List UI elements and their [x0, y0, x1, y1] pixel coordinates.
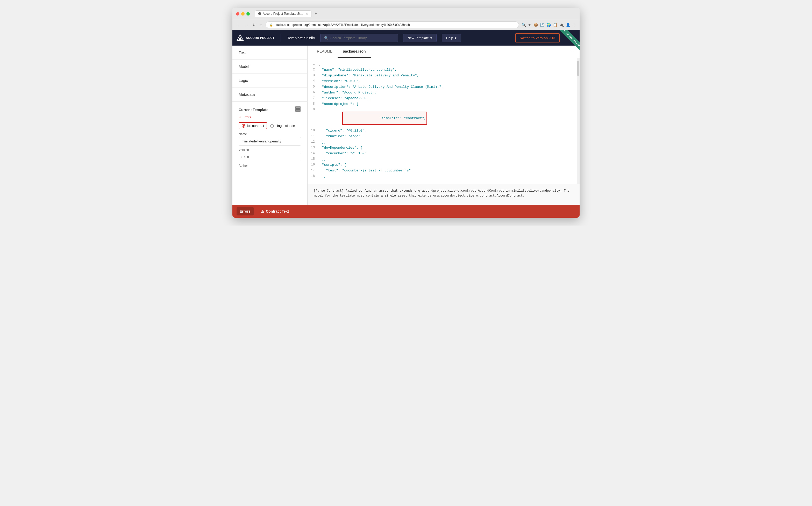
code-line-12: 12 }, [307, 140, 580, 146]
line-content-1: { [318, 62, 580, 66]
traffic-light-yellow[interactable] [241, 12, 244, 15]
field-version-label: Version [239, 148, 301, 152]
new-template-button[interactable]: New Template ▾ [403, 34, 437, 42]
line-number-9: 9 [307, 108, 318, 111]
field-name-input[interactable] [239, 137, 301, 146]
code-line-5: 5 "description": "A Late Delivery And Pe… [307, 85, 580, 91]
refresh-button[interactable]: ↻ [251, 22, 257, 27]
field-version-input[interactable] [239, 153, 301, 161]
separator-1 [281, 34, 281, 42]
home-button[interactable]: ⌂ [259, 22, 263, 27]
bottom-bar: Errors ⚠ Contract Text [232, 205, 580, 218]
bottom-tab-contract-text[interactable]: ⚠ Contract Text [258, 207, 292, 216]
code-line-1: 1 { [307, 62, 580, 68]
line-content-11: "runtime": "ergo" [318, 135, 580, 138]
field-author: Author [239, 164, 301, 168]
logo-icon [236, 34, 244, 41]
bottom-tab-contract-text-label: Contract Text [266, 209, 289, 214]
radio-dot-full [242, 124, 245, 128]
back-button[interactable]: ← [236, 22, 242, 27]
extension-icon[interactable]: 📦 [533, 23, 538, 27]
line-number-14: 14 [307, 152, 318, 155]
line-content-16: "scripts": { [318, 163, 580, 167]
scrollbar-thumb [577, 61, 579, 76]
traffic-lights [236, 12, 250, 15]
tab-favicon: 🅐 [258, 12, 261, 15]
traffic-light-green[interactable] [246, 12, 250, 15]
current-template-title: Current Template [239, 108, 269, 112]
search-input[interactable] [330, 36, 394, 40]
code-line-6: 6 "author": "Accord Project", [307, 91, 580, 96]
tab-package-json[interactable]: package.json [338, 46, 371, 58]
traffic-light-red[interactable] [236, 12, 239, 15]
left-sidebar: Text Model Logic Metadata Current Templa… [232, 46, 307, 205]
search-icon: 🔍 [324, 36, 328, 40]
header-search-bar[interactable]: 🔍 [320, 34, 398, 42]
line-number-18: 18 [307, 174, 318, 178]
sidebar-item-logic[interactable]: Logic [232, 74, 307, 88]
line-content-9: "template": "contract", [318, 108, 580, 129]
line-content-15: }, [318, 157, 580, 161]
sidebar-item-metadata[interactable]: Metadata [232, 88, 307, 101]
radio-single-clause[interactable]: single clause [270, 124, 295, 128]
line-number-5: 5 [307, 85, 318, 89]
sidebar-item-model[interactable]: Model [232, 60, 307, 74]
field-name: Name [239, 132, 301, 146]
tab-package-json-label: package.json [343, 49, 366, 53]
forward-button[interactable]: → [244, 22, 249, 27]
line-number-10: 10 [307, 129, 318, 132]
code-line-13: 13 "devDependencies": { [307, 146, 580, 152]
extensions-icon[interactable]: 🔌 [560, 23, 564, 27]
tab-close-icon[interactable]: ✕ [306, 12, 308, 15]
line-content-10: "cicero": "^0.21.0", [318, 129, 580, 133]
browser-tab-active[interactable]: 🅐 Accord Project Template Studi… ✕ [255, 10, 311, 17]
code-line-16: 16 "scripts": { [307, 163, 580, 169]
browser-menu-icon[interactable]: ⋮ [572, 23, 576, 27]
help-label: Help [446, 36, 453, 40]
reader-icon[interactable]: 🌍 [546, 23, 551, 27]
radio-dot-single [270, 124, 274, 128]
sidebar-item-text[interactable]: Text [232, 46, 307, 60]
profile-icon[interactable]: 👤 [566, 23, 570, 27]
sidebar-item-metadata-label: Metadata [239, 92, 255, 97]
tab-readme[interactable]: README [312, 46, 338, 58]
line-number-7: 7 [307, 96, 318, 100]
radio-full-contract-label: full contract [247, 124, 264, 128]
scrollbar-track[interactable] [577, 58, 580, 184]
browser-addressbar: ← → ↻ ⌂ 🔒 studio.accordproject.org/?temp… [232, 20, 580, 30]
main-content: Text Model Logic Metadata Current Templa… [232, 46, 580, 205]
code-line-18: 18 }, [307, 174, 580, 180]
star-icon[interactable]: ★ [528, 23, 531, 27]
line-number-12: 12 [307, 140, 318, 144]
new-tab-button[interactable]: + [312, 11, 319, 17]
current-template-section: Current Template ⚠ Errors full contract [232, 102, 307, 174]
radio-group: full contract single clause [239, 122, 301, 129]
help-button[interactable]: Help ▾ [442, 34, 461, 42]
sync-icon[interactable]: 🔄 [540, 23, 544, 27]
line-number-11: 11 [307, 135, 318, 138]
radio-full-contract[interactable]: full contract [239, 122, 267, 129]
line-number-17: 17 [307, 169, 318, 172]
screenshot-icon[interactable]: 📋 [553, 23, 557, 27]
address-bar[interactable]: 🔒 studio.accordproject.org/?template=ap%… [266, 21, 519, 28]
sidebar-item-text-label: Text [239, 50, 246, 55]
line-content-12: }, [318, 140, 580, 144]
code-line-8: 8 "accordproject": { [307, 102, 580, 108]
sidebar-item-model-label: Model [239, 64, 249, 69]
new-template-label: New Template [408, 36, 429, 40]
template-icon [295, 106, 301, 113]
line-content-17: "test": "cucumber-js test -r .cucumber.j… [318, 169, 580, 172]
code-line-2: 2 "name": "minilatedeliveryandpenalty", [307, 68, 580, 74]
contribute-badge[interactable]: Contribute on GitHub [559, 30, 580, 51]
line-content-18: }, [318, 174, 580, 178]
line-content-4: "version": "0.5.0", [318, 79, 580, 83]
tab-readme-label: README [317, 49, 333, 53]
field-name-label: Name [239, 132, 301, 136]
line-number-1: 1 [307, 62, 318, 66]
code-line-14: 14 "cucumber": "^5.1.0" [307, 152, 580, 157]
line-content-13: "devDependencies": { [318, 146, 580, 150]
bottom-tab-errors[interactable]: Errors [236, 207, 254, 216]
bookmark-icon[interactable]: 🔍 [522, 23, 526, 27]
line-number-15: 15 [307, 157, 318, 161]
switch-version-button[interactable]: Switch to Version 0.13 [515, 33, 560, 43]
